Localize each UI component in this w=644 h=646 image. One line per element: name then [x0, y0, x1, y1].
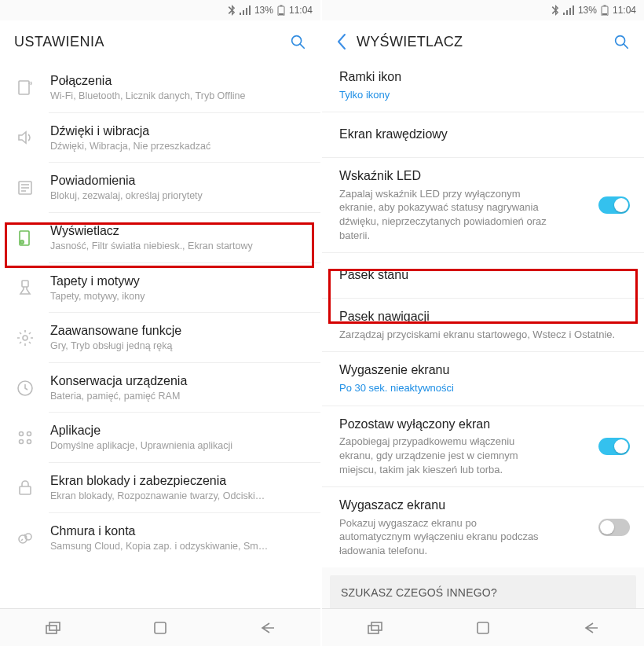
item-title: Ekran krawędziowy: [339, 127, 630, 143]
display-list: Ramki ikon Tylko ikony Ekran krawędziowy…: [322, 63, 644, 608]
chevron-left-icon: [336, 33, 347, 50]
item-title: Wyświetlacz: [50, 223, 306, 239]
svg-rect-31: [368, 626, 379, 633]
display-item-statusbar[interactable]: Pasek stanu: [322, 253, 644, 299]
item-title: Powiadomienia: [50, 173, 306, 189]
svg-rect-27: [603, 6, 606, 7]
keepoff-toggle[interactable]: [598, 438, 630, 455]
screensaver-toggle[interactable]: [598, 519, 630, 536]
svg-rect-32: [371, 622, 382, 630]
settings-item-apps[interactable]: Aplikacje Domyślne aplikacje, Uprawnieni…: [0, 413, 320, 463]
item-title: Połączenia: [50, 73, 306, 89]
svg-point-19: [27, 440, 31, 444]
settings-item-notifications[interactable]: Powiadomienia Blokuj, zezwalaj, określaj…: [0, 163, 320, 213]
home-button[interactable]: [141, 609, 179, 647]
recents-button[interactable]: [35, 609, 72, 647]
item-sub: Blokuj, zezwalaj, określaj priorytety: [50, 190, 306, 203]
recents-button[interactable]: [357, 609, 394, 647]
back-chevron[interactable]: [336, 33, 357, 50]
item-title: Dźwięki i wibracja: [50, 123, 306, 139]
svg-point-6: [28, 83, 30, 84]
search-icon: [289, 33, 306, 50]
item-sub: Domyślne aplikacje, Uprawnienia aplikacj…: [50, 440, 306, 453]
clock: 11:04: [289, 5, 313, 16]
item-title: Ekran blokady i zabezpieczenia: [50, 473, 306, 489]
item-sub: Tapety, motywy, ikony: [50, 291, 306, 303]
svg-point-18: [20, 440, 24, 444]
item-sub: Zapobiegaj przypadkowemu włączeniu ekran…: [339, 435, 592, 476]
bluetooth-icon: [228, 5, 236, 16]
item-sub: Ekran blokady, Rozpoznawanie twarzy, Odc…: [50, 490, 306, 503]
settings-list: Połączenia Wi-Fi, Bluetooth, Licznik dan…: [0, 63, 320, 608]
svg-rect-1: [280, 6, 282, 7]
cloud-icon: [14, 527, 36, 549]
item-title: Konserwacja urządzenia: [50, 373, 306, 389]
home-button[interactable]: [464, 609, 502, 647]
display-item-edge[interactable]: Ekran krawędziowy: [322, 112, 644, 158]
display-screen: 13% 11:04 WYŚWIETLACZ Ramki ikon Tylko i…: [322, 0, 644, 646]
item-sub: Dźwięki, Wibracja, Nie przeszkadzać: [50, 141, 306, 153]
settings-item-advanced[interactable]: Zaawansowane funkcje Gry, Tryb obsługi j…: [0, 313, 320, 363]
search-button[interactable]: [609, 30, 633, 53]
settings-item-device-care[interactable]: Konserwacja urządzenia Bateria, pamięć, …: [0, 363, 320, 413]
item-title: Pasek stanu: [339, 267, 630, 284]
svg-rect-24: [49, 622, 60, 630]
device-care-icon: [14, 377, 36, 399]
suggestion-card: SZUKASZ CZEGOŚ INNEGO? POPRAWIANIE WIDEO: [330, 575, 636, 608]
item-sub: Wi-Fi, Bluetooth, Licznik danych, Tryb O…: [50, 90, 306, 103]
back-button[interactable]: [248, 609, 286, 647]
display-item-timeout[interactable]: Wygaszenie ekranu Po 30 sek. nieaktywnoś…: [322, 352, 644, 406]
svg-line-30: [624, 44, 628, 48]
settings-item-display[interactable]: Wyświetlacz Jasność, Filtr światła niebi…: [0, 213, 320, 263]
settings-item-cloud[interactable]: Chmura i konta Samsung Cloud, Kopia zap.…: [0, 513, 320, 563]
settings-header: USTAWIENIA: [0, 20, 320, 63]
back-button[interactable]: [572, 609, 609, 647]
svg-rect-20: [20, 486, 31, 494]
suggest-heading: SZUKASZ CZEGOŚ INNEGO?: [341, 586, 625, 599]
apps-icon: [14, 427, 36, 449]
battery-icon: [277, 5, 285, 16]
clock: 11:04: [613, 5, 636, 16]
item-sub: Bateria, pamięć, pamięć RAM: [50, 391, 306, 403]
battery-percent: 13%: [254, 5, 273, 16]
page-title: WYŚWIETLACZ: [357, 34, 609, 50]
sounds-icon: [14, 127, 36, 149]
display-item-navbar[interactable]: Pasek nawigacji Zarządzaj przyciskami ek…: [322, 299, 644, 352]
item-title: Ramki ikon: [339, 69, 630, 86]
settings-item-themes[interactable]: Tapety i motywy Tapety, motywy, ikony: [0, 263, 320, 314]
svg-rect-23: [46, 626, 57, 633]
battery-percent: 13%: [578, 5, 597, 16]
display-item-led[interactable]: Wskaźnik LED Zapalaj wskaźnik LED przy w…: [322, 158, 644, 253]
settings-item-connections[interactable]: Połączenia Wi-Fi, Bluetooth, Licznik dan…: [0, 63, 320, 113]
item-title: Wygaszenie ekranu: [339, 362, 630, 379]
svg-rect-33: [478, 622, 488, 633]
item-sub: Samsung Cloud, Kopia zap. i odzyskiwanie…: [50, 541, 306, 553]
item-title: Aplikacje: [50, 423, 306, 439]
bluetooth-icon: [551, 5, 559, 16]
item-sub: Zarządzaj przyciskami ekranu startowego,…: [339, 328, 630, 342]
svg-rect-2: [279, 13, 284, 15]
status-bar: 13% 11:04: [322, 0, 644, 20]
connections-icon: [14, 77, 36, 99]
item-title: Pozostaw wyłączony ekran: [339, 417, 592, 433]
led-toggle[interactable]: [598, 196, 630, 214]
android-navbar: [322, 608, 644, 646]
display-item-screensaver[interactable]: Wygaszacz ekranu Pokazuj wygaszacz ekran…: [322, 487, 644, 567]
item-sub: Pokazuj wygaszacz ekranu po automatyczny…: [339, 516, 592, 558]
item-sub: Tylko ikony: [339, 88, 630, 102]
item-sub: Jasność, Filtr światła niebiesk., Ekran …: [50, 240, 306, 253]
settings-item-lockscreen[interactable]: Ekran blokady i zabezpieczenia Ekran blo…: [0, 463, 320, 513]
display-item-keepoff[interactable]: Pozostaw wyłączony ekran Zapobiegaj przy…: [322, 406, 644, 487]
svg-rect-25: [155, 622, 166, 633]
search-button[interactable]: [286, 30, 309, 53]
display-header: WYŚWIETLACZ: [322, 20, 644, 63]
themes-icon: [14, 277, 36, 299]
svg-point-17: [27, 432, 31, 436]
item-title: Tapety i motywy: [50, 273, 306, 289]
settings-screen: 13% 11:04 USTAWIENIA Połączenia Wi-Fi, B…: [0, 0, 322, 646]
svg-line-4: [300, 44, 304, 48]
display-item-icon-frames[interactable]: Ramki ikon Tylko ikony: [322, 63, 644, 112]
settings-item-sounds[interactable]: Dźwięki i wibracja Dźwięki, Wibracja, Ni…: [0, 113, 320, 163]
item-sub: Zapalaj wskaźnik LED przy wyłączonym ekr…: [339, 187, 592, 242]
item-sub: Gry, Tryb obsługi jedną ręką: [50, 340, 306, 353]
